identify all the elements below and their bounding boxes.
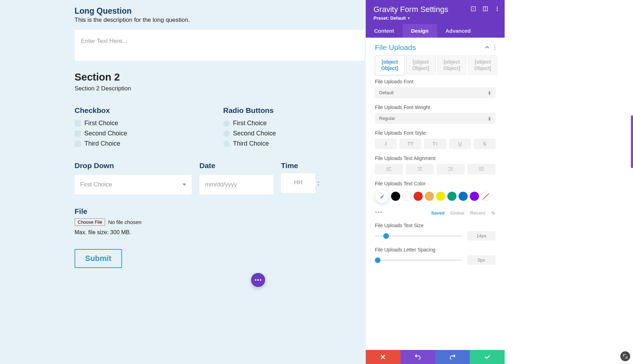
time-hh-input[interactable]: HH <box>281 173 315 193</box>
svg-point-8 <box>497 8 498 9</box>
italic-icon: I <box>385 141 386 147</box>
align-center-button[interactable] <box>406 164 434 174</box>
subtab-4[interactable]: [object Object] <box>468 55 498 75</box>
color-swatch-none[interactable] <box>481 192 490 201</box>
drag-handle-icon[interactable] <box>471 6 476 11</box>
svg-point-0 <box>255 279 256 281</box>
color-picker-button[interactable] <box>375 189 389 203</box>
spacing-value[interactable]: 0px <box>467 255 495 265</box>
slider-thumb[interactable] <box>383 233 389 239</box>
color-tab-global[interactable]: Global <box>450 210 464 216</box>
weight-select[interactable]: Regular ▲▼ <box>375 113 495 124</box>
checkbox-icon <box>75 141 81 147</box>
align-center-icon <box>417 167 422 171</box>
align-left-button[interactable] <box>375 164 403 174</box>
form-preview-area: Long Question This is the description fo… <box>0 0 366 364</box>
slider-thumb[interactable] <box>375 257 381 263</box>
close-icon <box>381 355 385 359</box>
date-input[interactable]: mm/dd/yyyy <box>199 175 273 194</box>
checkbox-item[interactable]: First Choice <box>75 120 216 127</box>
spacing-slider[interactable] <box>375 260 462 261</box>
section-file-uploads-title[interactable]: File Uploads <box>375 43 416 52</box>
tab-content[interactable]: Content <box>366 24 403 38</box>
radio-group: First Choice Second Choice Third Choice <box>223 120 365 147</box>
strikethrough-icon: S <box>483 141 486 147</box>
spacing-label: File Uploads Letter Spacing <box>375 247 495 253</box>
close-button[interactable] <box>366 350 401 364</box>
align-right-button[interactable] <box>437 164 465 174</box>
radio-icon <box>223 130 230 137</box>
align-right-icon <box>448 167 453 171</box>
color-swatch-white[interactable] <box>402 192 411 201</box>
module-options-fab[interactable] <box>251 273 265 287</box>
section-2-desc: Section 2 Description <box>75 85 365 92</box>
font-select[interactable]: Default ▲▼ <box>375 87 495 98</box>
kebab-menu-icon[interactable] <box>495 6 500 11</box>
uppercase-button[interactable]: TT <box>399 139 421 149</box>
color-label: File Uploads Text Color <box>375 181 495 186</box>
color-swatch-purple[interactable] <box>470 192 479 201</box>
color-swatch-teal[interactable] <box>447 192 456 201</box>
checkbox-group: First Choice Second Choice Third Choice <box>75 120 216 147</box>
svg-point-2 <box>260 279 261 281</box>
kebab-menu-icon[interactable] <box>494 45 495 50</box>
radio-item[interactable]: Third Choice <box>223 140 365 147</box>
color-swatch-red[interactable] <box>414 192 423 201</box>
subtab-3[interactable]: [object Object] <box>437 55 467 75</box>
chevron-up-icon[interactable] <box>485 46 489 49</box>
uppercase-icon: TT <box>408 141 414 147</box>
long-question-desc: This is the description for the long que… <box>75 17 365 24</box>
resize-handle[interactable] <box>620 351 630 361</box>
resize-icon <box>623 354 628 359</box>
long-question-textarea[interactable]: Enter Text Here... <box>75 30 365 61</box>
color-tab-recent[interactable]: Recent <box>470 210 485 216</box>
color-swatch-yellow[interactable] <box>436 192 445 201</box>
select-arrows-icon: ▲▼ <box>488 116 491 121</box>
redo-button[interactable] <box>435 350 470 364</box>
checkbox-item[interactable]: Second Choice <box>75 130 216 137</box>
weight-label: File Uploads Font Weight <box>375 104 495 110</box>
undo-button[interactable] <box>401 350 435 364</box>
subtab-1[interactable]: [object Object] <box>375 55 404 75</box>
color-tab-saved[interactable]: Saved <box>431 210 445 216</box>
dropdown-label: Drop Down <box>75 161 192 170</box>
file-status: No file chosen <box>108 219 141 225</box>
dropdown-select[interactable]: First Choice <box>75 175 192 194</box>
align-label: File Uploads Text Alignment <box>375 155 495 161</box>
save-button[interactable] <box>470 350 505 364</box>
italic-button[interactable]: I <box>375 139 397 149</box>
radio-item[interactable]: First Choice <box>223 120 365 127</box>
submit-button[interactable]: Submit <box>75 249 122 268</box>
preset-selector[interactable]: Preset: Default ▼ <box>373 15 410 21</box>
underline-button[interactable]: U <box>449 139 471 149</box>
gear-icon[interactable] <box>491 211 495 215</box>
color-swatch-blue[interactable] <box>459 192 468 201</box>
style-label: File Uploads Font Style <box>375 130 495 136</box>
align-justify-button[interactable] <box>467 164 495 174</box>
strikethrough-button[interactable]: S <box>474 139 495 149</box>
select-arrows-icon: ▲▼ <box>488 90 491 95</box>
tab-advanced[interactable]: Advanced <box>437 24 479 38</box>
align-left-icon <box>386 167 391 171</box>
svg-point-4 <box>473 8 474 9</box>
expand-icon[interactable] <box>483 6 488 11</box>
sidebar-tabs: Content Design Advanced <box>366 24 505 38</box>
more-swatches-icon[interactable]: ••• <box>375 209 383 216</box>
choose-file-button[interactable]: Choose File <box>75 218 105 226</box>
checkbox-item[interactable]: Third Choice <box>75 140 216 147</box>
underline-icon: U <box>458 141 462 147</box>
radio-icon <box>223 141 230 147</box>
smallcaps-button[interactable]: TT <box>424 139 446 149</box>
size-value[interactable]: 14px <box>467 231 495 241</box>
section-2-title: Section 2 <box>75 71 365 83</box>
scrollbar-thumb[interactable] <box>631 115 633 168</box>
time-label: Time <box>281 161 365 170</box>
size-label: File Uploads Text Size <box>375 223 495 228</box>
color-swatch-black[interactable] <box>391 192 400 201</box>
size-slider[interactable] <box>375 235 462 237</box>
color-swatch-orange[interactable] <box>425 192 434 201</box>
sidebar-footer <box>366 350 505 364</box>
tab-design[interactable]: Design <box>403 24 437 38</box>
radio-item[interactable]: Second Choice <box>223 130 365 137</box>
subtab-2[interactable]: [object Object] <box>406 55 435 75</box>
